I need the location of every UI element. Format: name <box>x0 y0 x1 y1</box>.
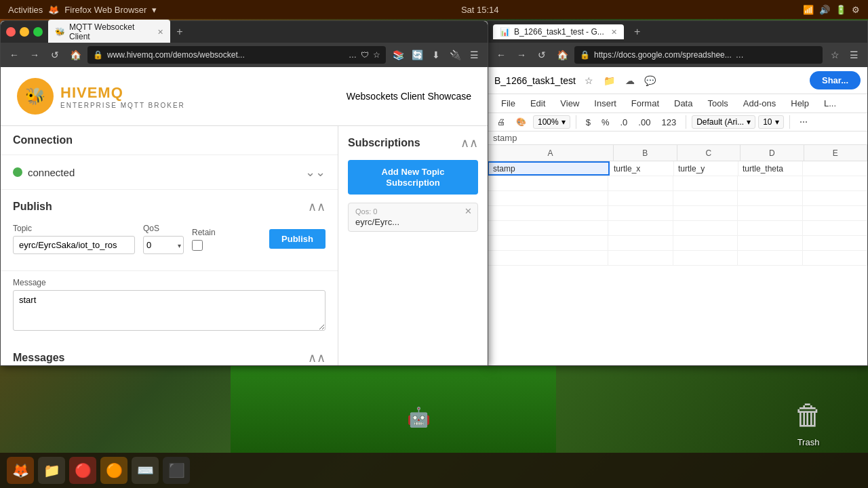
sheets-tab-close[interactable]: ✕ <box>611 28 617 37</box>
cell-b4[interactable] <box>608 206 673 220</box>
zoom-dropdown-icon[interactable]: ▾ <box>561 117 566 127</box>
cell-a3[interactable] <box>488 191 608 205</box>
cell-a7[interactable] <box>488 251 608 265</box>
back-button-1[interactable]: ← <box>6 47 22 63</box>
dropdown-icon[interactable]: ▾ <box>152 5 157 15</box>
cell-e5[interactable] <box>803 221 868 235</box>
reload-button-2[interactable]: ↺ <box>534 47 550 63</box>
font-family-dropdown[interactable]: Default (Ari... ▾ <box>692 115 755 129</box>
cell-c1[interactable]: turtle_y <box>674 161 738 176</box>
menu-icon-2[interactable]: ☰ <box>846 47 862 63</box>
sub-close-icon[interactable]: ✕ <box>465 206 472 216</box>
bookmarks-icon[interactable]: 📚 <box>390 47 406 63</box>
cell-c4[interactable] <box>673 206 738 220</box>
battery-icon[interactable]: 🔋 <box>835 5 846 15</box>
cell-a2[interactable] <box>488 176 608 190</box>
font-size-dropdown[interactable]: 10 ▾ <box>758 115 783 129</box>
cloud-icon[interactable]: ☁ <box>622 73 638 89</box>
forward-button-1[interactable]: → <box>26 47 43 63</box>
menu-format[interactable]: Format <box>625 96 666 111</box>
cell-b5[interactable] <box>608 221 673 235</box>
cell-d7[interactable] <box>738 251 803 265</box>
taskbar-icon-keyboard[interactable]: ⌨️ <box>132 457 159 484</box>
download-icon[interactable]: ⬇ <box>428 47 444 63</box>
cell-e3[interactable] <box>803 191 868 205</box>
cell-e4[interactable] <box>803 206 868 220</box>
menu-more[interactable]: L... <box>817 96 843 111</box>
taskbar-icon-terminal[interactable]: ⬛ <box>163 457 190 484</box>
more-url-icon-2[interactable]: … <box>736 50 744 60</box>
url-bar-2[interactable]: 🔒 https://docs.google.com/spreadshee... … <box>574 46 823 64</box>
cell-c3[interactable] <box>673 191 738 205</box>
cell-d2[interactable] <box>738 176 803 190</box>
star-icon[interactable]: ☆ <box>581 73 597 89</box>
message-textarea[interactable]: start <box>13 290 326 331</box>
add-subscription-button[interactable]: Add New Topic Subscription <box>348 160 478 195</box>
cell-a6[interactable] <box>488 236 608 250</box>
cell-d5[interactable] <box>738 221 803 235</box>
menu-help[interactable]: Help <box>784 96 816 111</box>
menu-addons[interactable]: Add-ons <box>736 96 783 111</box>
maximize-button-1[interactable]: + <box>33 27 43 37</box>
cell-e7[interactable] <box>803 251 868 265</box>
menu-file[interactable]: File <box>494 96 522 111</box>
folder-icon[interactable]: 📁 <box>601 73 618 89</box>
menu-data[interactable]: Data <box>667 96 699 111</box>
close-button-1[interactable]: ✕ <box>6 27 16 37</box>
taskbar-icon-sublime[interactable]: 🟠 <box>100 457 127 484</box>
publish-button[interactable]: Publish <box>269 229 326 249</box>
messages-collapse-icon[interactable]: ∧∧ <box>308 350 326 365</box>
menu-insert[interactable]: Insert <box>587 96 623 111</box>
comment-icon[interactable]: 💬 <box>642 73 658 89</box>
publish-collapse-icon[interactable]: ∧∧ <box>308 199 326 214</box>
activities-button[interactable]: Activities <box>8 5 43 15</box>
menu-tools[interactable]: Tools <box>701 96 734 111</box>
bookmark-icon-2[interactable]: ☆ <box>827 47 843 63</box>
cell-a1[interactable]: stamp <box>488 161 610 176</box>
sync-icon[interactable]: 🔄 <box>409 47 425 63</box>
trash-desktop-icon[interactable]: 🗑 Trash <box>789 396 827 447</box>
cell-c6[interactable] <box>673 236 738 250</box>
cell-c2[interactable] <box>673 176 738 190</box>
cell-e1[interactable] <box>803 161 867 176</box>
forward-button-2[interactable]: → <box>513 47 530 63</box>
connection-chevron-icon[interactable]: ⌄⌄ <box>305 165 326 180</box>
bookmark-icon-1[interactable]: ☆ <box>373 50 380 60</box>
decimal-increase-button[interactable]: .00 <box>634 116 654 129</box>
menu-edit[interactable]: Edit <box>524 96 552 111</box>
taskbar-icon-app1[interactable]: 🔴 <box>69 457 96 484</box>
sound-icon[interactable]: 🔊 <box>819 5 830 15</box>
cell-b1[interactable]: turtle_x <box>610 161 674 176</box>
cell-b7[interactable] <box>608 251 673 265</box>
cell-b6[interactable] <box>608 236 673 250</box>
tab-mqtt-client[interactable]: 🐝 MQTT Websocket Client ✕ <box>48 20 170 44</box>
new-tab-button-2[interactable]: + <box>629 24 646 40</box>
minimize-button-1[interactable]: − <box>20 27 29 37</box>
cell-e6[interactable] <box>803 236 868 250</box>
cell-d3[interactable] <box>738 191 803 205</box>
more-toolbar-button[interactable]: ⋯ <box>795 115 812 129</box>
qos-select[interactable]: 0 1 2 <box>143 236 184 254</box>
print-icon[interactable]: 🖨 <box>493 115 509 129</box>
decimal-decrease-button[interactable]: .0 <box>616 116 632 129</box>
cell-d1[interactable]: turtle_theta <box>738 161 803 176</box>
network-icon[interactable]: 📶 <box>803 5 814 15</box>
paint-format-icon[interactable]: 🎨 <box>512 115 530 129</box>
reload-button-1[interactable]: ↺ <box>47 47 63 63</box>
retain-checkbox[interactable] <box>192 240 203 251</box>
cell-a5[interactable] <box>488 221 608 235</box>
number-format-button[interactable]: 123 <box>657 116 680 129</box>
cell-c5[interactable] <box>673 221 738 235</box>
cell-d6[interactable] <box>738 236 803 250</box>
home-button-2[interactable]: 🏠 <box>554 47 570 63</box>
menu-view[interactable]: View <box>553 96 586 111</box>
cell-e2[interactable] <box>803 176 868 190</box>
menu-icon[interactable]: ☰ <box>466 47 482 63</box>
subscriptions-collapse-icon[interactable]: ∧∧ <box>460 136 478 150</box>
url-bar-1[interactable]: 🔒 www.hivemq.com/demos/websocket... … 🛡 … <box>87 46 386 64</box>
extensions-icon[interactable]: 🔌 <box>447 47 463 63</box>
percent-button[interactable]: % <box>597 116 614 129</box>
cell-b2[interactable] <box>608 176 673 190</box>
home-button-1[interactable]: 🏠 <box>67 47 83 63</box>
cell-c7[interactable] <box>673 251 738 265</box>
